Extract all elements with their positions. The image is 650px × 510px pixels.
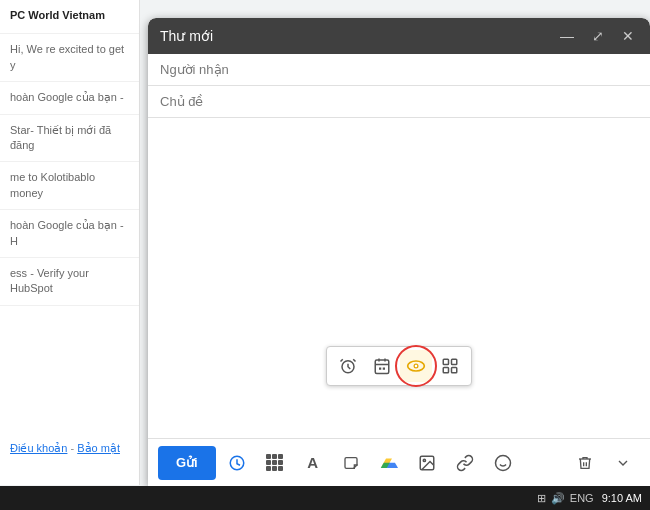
- svg-rect-7: [443, 359, 448, 364]
- svg-point-6: [415, 365, 418, 368]
- taskbar: ⊞ 🔊 ENG 9:10 AM: [0, 486, 650, 510]
- close-button[interactable]: ✕: [618, 27, 638, 45]
- subject-input[interactable]: [240, 94, 638, 109]
- svg-rect-10: [452, 368, 457, 373]
- maximize-button[interactable]: ⤢: [588, 27, 608, 45]
- svg-rect-9: [443, 368, 448, 373]
- email-snippet: ess - Verify your HubSpot: [10, 266, 129, 297]
- label-button[interactable]: [434, 350, 466, 382]
- format-text-icon: A: [307, 454, 318, 471]
- svg-point-14: [495, 455, 510, 470]
- terms-link[interactable]: Điều khoản: [10, 442, 67, 454]
- link-button[interactable]: [448, 446, 482, 480]
- send-button[interactable]: Gửi: [158, 446, 216, 480]
- attach-button[interactable]: [334, 446, 368, 480]
- compose-title: Thư mới: [160, 28, 213, 44]
- subject-label: Chủ đề: [160, 94, 240, 109]
- schedule-send-button[interactable]: [220, 446, 254, 480]
- formatting-button[interactable]: A: [296, 446, 330, 480]
- drive-button[interactable]: [372, 446, 406, 480]
- subject-field-row: Chủ đề: [148, 86, 650, 118]
- taskbar-volume-icon: 🔊: [551, 492, 565, 505]
- list-item[interactable]: hoàn Google của bạn -: [0, 82, 139, 114]
- email-sender: PC World Vietnam: [10, 8, 129, 23]
- list-item[interactable]: Star- Thiết bị mới đã đăng: [0, 115, 139, 163]
- schedule-button[interactable]: [366, 350, 398, 382]
- footer-links: Điều khoản - Bảo mật: [10, 442, 120, 455]
- delete-button[interactable]: [568, 446, 602, 480]
- grid-icon: [266, 454, 283, 471]
- taskbar-icons: ⊞ 🔊 ENG: [537, 492, 594, 505]
- email-snippet: hoàn Google của bạn -: [10, 90, 129, 105]
- minimize-button[interactable]: —: [556, 27, 578, 45]
- svg-rect-8: [452, 359, 457, 364]
- apps-button[interactable]: [258, 446, 292, 480]
- to-field-row: Người nhận: [148, 54, 650, 86]
- svg-rect-1: [375, 360, 389, 374]
- list-item[interactable]: ess - Verify your HubSpot: [0, 258, 139, 306]
- email-snippet: Hi, We re excited to get y: [10, 42, 129, 73]
- toolbar-popup: [326, 346, 472, 386]
- compose-window: Thư mới — ⤢ ✕ Người nhận Chủ đề: [148, 18, 650, 486]
- list-item[interactable]: PC World Vietnam: [0, 0, 139, 34]
- photo-button[interactable]: [410, 446, 444, 480]
- svg-rect-3: [383, 368, 385, 370]
- list-item[interactable]: hoàn Google của bạn - H: [0, 210, 139, 258]
- list-item[interactable]: me to Kolotibablo money: [0, 162, 139, 210]
- svg-rect-2: [379, 368, 381, 370]
- emoji-button[interactable]: [486, 446, 520, 480]
- taskbar-network-icon: ⊞: [537, 492, 546, 505]
- confidential-button[interactable]: [400, 350, 432, 382]
- list-item[interactable]: Hi, We re excited to get y: [0, 34, 139, 82]
- more-options-button[interactable]: [606, 446, 640, 480]
- privacy-link[interactable]: Bảo mật: [77, 442, 120, 454]
- to-label: Người nhận: [160, 62, 240, 77]
- compose-footer: Gửi A: [148, 438, 650, 486]
- snooze-button[interactable]: [332, 350, 364, 382]
- taskbar-time: 9:10 AM: [602, 492, 642, 504]
- compose-header: Thư mới — ⤢ ✕: [148, 18, 650, 54]
- compose-controls: — ⤢ ✕: [556, 27, 638, 45]
- email-snippet: me to Kolotibablo money: [10, 170, 129, 201]
- svg-point-13: [423, 459, 425, 461]
- email-snippet: hoàn Google của bạn - H: [10, 218, 129, 249]
- taskbar-lang-label: ENG: [570, 492, 594, 504]
- to-input[interactable]: [240, 62, 638, 77]
- compose-body[interactable]: [148, 118, 650, 438]
- email-list: PC World Vietnam Hi, We re excited to ge…: [0, 0, 140, 485]
- email-snippet: Star- Thiết bị mới đã đăng: [10, 123, 129, 154]
